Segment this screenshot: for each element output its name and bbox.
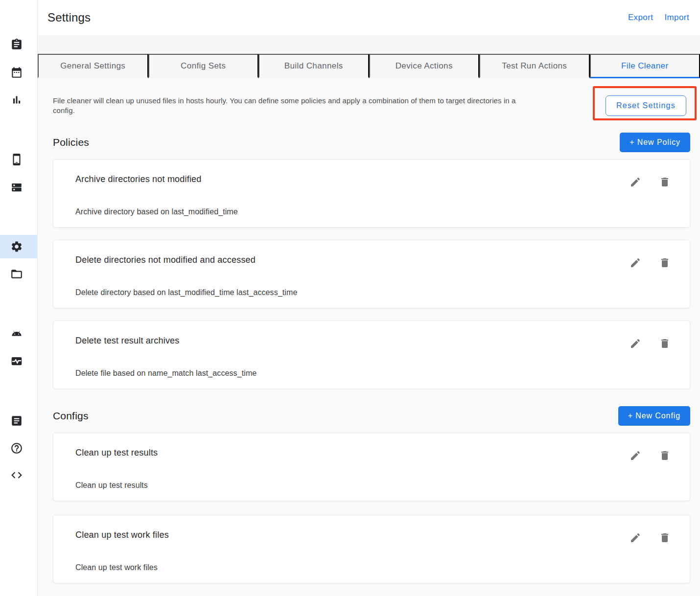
- policy-card: Delete test result archives Delete file …: [53, 321, 690, 389]
- policy-description: Delete directory based on last_modified_…: [75, 288, 671, 297]
- tab-device-actions[interactable]: Device Actions: [369, 54, 480, 78]
- card-actions: [630, 176, 671, 188]
- configs-heading: Configs: [53, 410, 89, 422]
- trash-icon: [659, 257, 671, 269]
- pencil-icon: [630, 532, 641, 544]
- pencil-icon: [630, 338, 641, 349]
- new-policy-button[interactable]: + New Policy: [620, 133, 690, 152]
- dns-icon: [10, 181, 23, 194]
- config-card: Clean up test results Clean up test resu…: [53, 433, 690, 501]
- code-icon: [10, 469, 23, 481]
- edit-config-button[interactable]: [630, 450, 641, 461]
- import-link[interactable]: Import: [664, 13, 689, 23]
- host-monitor-icon: [10, 355, 23, 367]
- smartphone-icon: [10, 153, 23, 166]
- config-description: Clean up test work files: [75, 563, 671, 572]
- edit-policy-button[interactable]: [630, 338, 641, 349]
- settings-tab-bar: General Settings Config Sets Build Chann…: [38, 35, 700, 78]
- configs-section-header: Configs + New Config: [53, 406, 690, 426]
- sidebar-item-reports[interactable]: [10, 93, 23, 106]
- bar-chart-icon: [10, 93, 23, 106]
- card-actions: [630, 257, 671, 269]
- policy-card: Delete directories not modified and acce…: [53, 240, 690, 308]
- delete-policy-button[interactable]: [659, 176, 671, 188]
- tab-config-sets[interactable]: Config Sets: [148, 54, 259, 78]
- sidebar-item-android[interactable]: [10, 327, 23, 340]
- trash-icon: [659, 532, 671, 544]
- delete-config-button[interactable]: [659, 450, 671, 461]
- new-config-button[interactable]: + New Config: [618, 406, 690, 426]
- policy-title: Archive directories not modified: [75, 174, 671, 184]
- edit-config-button[interactable]: [630, 532, 641, 544]
- folder-icon: [10, 268, 23, 280]
- help-icon: [10, 442, 23, 455]
- main-area: Settings Export Import General Settings …: [38, 0, 700, 596]
- sidebar-item-files[interactable]: [10, 268, 23, 280]
- page-header: Settings Export Import: [38, 0, 700, 35]
- edit-policy-button[interactable]: [630, 176, 641, 188]
- pencil-icon: [630, 257, 641, 269]
- trash-icon: [659, 176, 671, 188]
- android-icon: [10, 327, 23, 340]
- config-title: Clean up test results: [75, 448, 671, 458]
- header-links: Export Import: [628, 13, 689, 23]
- pencil-icon: [630, 176, 641, 188]
- clipboard-icon: [10, 38, 23, 51]
- red-highlight-annotation: Reset Settings: [593, 86, 697, 120]
- card-actions: [630, 532, 671, 544]
- gear-icon: [10, 240, 23, 253]
- page-title: Settings: [47, 11, 91, 24]
- delete-config-button[interactable]: [659, 532, 671, 544]
- sidebar-item-schedule[interactable]: [10, 66, 23, 79]
- card-actions: [630, 450, 671, 461]
- sidebar-item-devices[interactable]: [10, 153, 23, 166]
- config-title: Clean up test work files: [75, 530, 671, 540]
- sidebar-item-hosts[interactable]: [10, 181, 23, 194]
- policies-heading: Policies: [53, 137, 89, 148]
- reset-settings-button[interactable]: Reset Settings: [606, 95, 686, 116]
- file-cleaner-description: File cleaner will clean up unused files …: [53, 96, 537, 115]
- sidebar-item-code[interactable]: [10, 469, 23, 481]
- trash-icon: [659, 450, 671, 461]
- tab-build-channels[interactable]: Build Channels: [258, 54, 369, 78]
- policies-section-header: Policies + New Policy: [53, 133, 690, 152]
- tab-file-cleaner[interactable]: File Cleaner: [590, 54, 700, 78]
- delete-policy-button[interactable]: [659, 257, 671, 269]
- edit-policy-button[interactable]: [630, 257, 641, 269]
- export-link[interactable]: Export: [628, 13, 653, 23]
- calendar-icon: [10, 66, 23, 79]
- config-card: Clean up test work files Clean up test w…: [53, 515, 690, 583]
- policy-description: Archive directory based on last_modified…: [75, 207, 671, 216]
- file-cleaner-panel: File cleaner will clean up unused files …: [38, 78, 700, 596]
- policy-title: Delete directories not modified and acce…: [75, 255, 671, 265]
- sidebar-item-test-plans[interactable]: [10, 38, 23, 51]
- policy-title: Delete test result archives: [75, 336, 671, 346]
- sidebar-item-settings[interactable]: [10, 240, 23, 253]
- pencil-icon: [630, 450, 641, 461]
- configs-list: Clean up test results Clean up test resu…: [53, 433, 690, 583]
- trash-icon: [659, 338, 671, 349]
- tab-test-run-actions[interactable]: Test Run Actions: [479, 54, 590, 78]
- sidebar-item-docs[interactable]: [10, 414, 23, 427]
- delete-policy-button[interactable]: [659, 338, 671, 349]
- policies-list: Archive directories not modified Archive…: [53, 159, 690, 389]
- sidebar-item-help[interactable]: [10, 442, 23, 455]
- policy-card: Archive directories not modified Archive…: [53, 159, 690, 228]
- sidebar-item-host-monitor[interactable]: [10, 355, 23, 367]
- policy-description: Delete file based on name_match last_acc…: [75, 369, 671, 378]
- card-actions: [630, 338, 671, 349]
- config-description: Clean up test results: [75, 481, 671, 490]
- article-icon: [10, 414, 23, 427]
- left-nav-rail: [0, 0, 38, 596]
- tab-general-settings[interactable]: General Settings: [38, 54, 148, 78]
